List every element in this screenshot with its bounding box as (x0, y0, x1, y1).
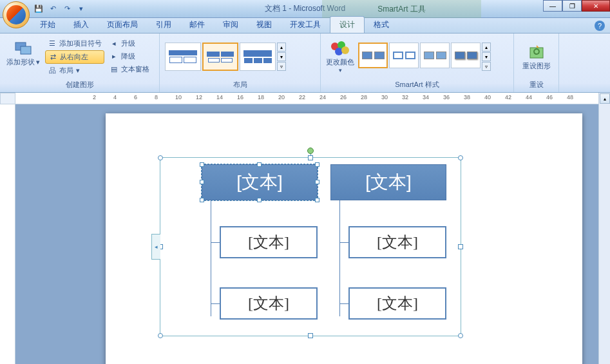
contextual-tab-label: SmartArt 工具 (322, 0, 481, 18)
resize-handle-se[interactable] (458, 333, 463, 338)
qat-redo-icon[interactable]: ↷ (61, 3, 73, 15)
bullet-icon: ☰ (48, 39, 57, 48)
gallery-down-button[interactable]: ▾ (277, 52, 286, 61)
resize-handle-nw[interactable] (158, 155, 163, 160)
style-gallery-up-button[interactable]: ▴ (482, 43, 491, 52)
smartart-frame[interactable]: ◂ [文本] [文本] [文本] (160, 157, 461, 336)
connector-line (211, 200, 211, 316)
resize-handle-s[interactable] (308, 333, 313, 338)
layout-option-2[interactable] (202, 43, 238, 71)
tab-review[interactable]: 审阅 (214, 17, 247, 33)
reset-graphic-button[interactable]: 重设图形 (520, 41, 553, 72)
layout-dropdown-button[interactable]: 品布局 ▾ (45, 64, 104, 77)
style-gallery: ▴ ▾ ▿ (358, 43, 491, 71)
smartart-node-child-2a[interactable]: [文本] (348, 226, 446, 258)
add-shape-button[interactable]: 添加形状▾ (4, 37, 43, 68)
ribbon-tabs: 开始 插入 页面布局 引用 邮件 审阅 视图 开发工具 设计 格式 ? (0, 18, 610, 34)
text-pane-toggle[interactable]: ◂ (151, 234, 160, 260)
resize-handle-ne[interactable] (458, 155, 463, 160)
minimize-button[interactable]: — (543, 0, 562, 12)
smartart-node-parent-2[interactable]: [文本] (330, 164, 446, 200)
rtl-icon: ⇄ (48, 53, 57, 62)
office-button[interactable] (3, 1, 30, 28)
smartart-node-child-1a[interactable]: [文本] (220, 226, 318, 258)
document-area: ◂ [文本] [文本] [文本] (15, 104, 598, 364)
connector-line (339, 200, 340, 316)
rtl-button[interactable]: ⇄从右向左 (45, 50, 104, 64)
svg-point-5 (341, 46, 349, 54)
group-label-styles: SmartArt 样式 (325, 79, 510, 91)
vertical-scrollbar[interactable]: ▴ (598, 93, 610, 364)
tab-developer[interactable]: 开发工具 (281, 17, 330, 33)
maximize-button[interactable]: ❐ (562, 0, 582, 12)
group-smartart-styles: 更改颜色 ▾ ▴ ▾ ▿ SmartArt 样式 (321, 34, 514, 92)
tab-home[interactable]: 开始 (31, 17, 64, 33)
dropdown-icon: ▾ (36, 58, 40, 66)
smartart-content: [文本] [文本] [文本] [文本] (164, 162, 457, 332)
resize-handle-sw[interactable] (158, 333, 163, 338)
add-bullet-button[interactable]: ☰添加项目符号 (45, 37, 104, 50)
tab-insert[interactable]: 插入 (64, 17, 98, 33)
style-option-4[interactable] (451, 43, 481, 68)
title-bar: 💾 ↶ ↷ ▾ 文档 1 - Microsoft Word SmartArt 工… (0, 0, 610, 18)
change-colors-icon (330, 40, 350, 58)
svg-rect-1 (21, 46, 31, 54)
group-label-reset: 重设 (518, 79, 555, 91)
change-colors-button[interactable]: 更改颜色 ▾ (325, 39, 356, 74)
add-shape-label: 添加形状 (6, 58, 35, 66)
style-option-3[interactable] (420, 43, 450, 68)
ribbon: 添加形状▾ ☰添加项目符号 ⇄从右向左 品布局 ▾ ◂升级 ▸降级 ▤文本窗格 … (0, 34, 610, 93)
group-layouts: ▴ ▾ ▿ 布局 (160, 34, 321, 92)
tab-references[interactable]: 引用 (147, 17, 180, 33)
qat-more-icon[interactable]: ▾ (75, 3, 88, 15)
add-shape-icon (14, 39, 32, 57)
smartart-node-parent-1[interactable]: [文本] (202, 164, 318, 200)
vertical-ruler[interactable] (0, 104, 15, 364)
quick-access-toolbar: 💾 ↶ ↷ ▾ (32, 3, 88, 15)
group-label-layouts: 布局 (164, 79, 316, 91)
group-create-graphic: 添加形状▾ ☰添加项目符号 ⇄从右向左 品布局 ▾ ◂升级 ▸降级 ▤文本窗格 … (0, 34, 160, 92)
scroll-up-button[interactable]: ▴ (600, 93, 610, 104)
tab-design[interactable]: 设计 (330, 16, 365, 33)
reset-icon (528, 43, 546, 61)
dropdown-icon: ▾ (76, 66, 80, 75)
style-gallery-down-button[interactable]: ▾ (482, 52, 491, 61)
layout-option-1[interactable] (165, 43, 201, 71)
rotation-handle[interactable] (307, 148, 314, 154)
gallery-more-button[interactable]: ▿ (277, 62, 286, 71)
promote-icon: ◂ (110, 39, 119, 48)
layout-gallery-scroll: ▴ ▾ ▿ (277, 43, 286, 71)
demote-button[interactable]: ▸降级 (107, 50, 152, 62)
tab-mailings[interactable]: 邮件 (180, 17, 214, 33)
tab-view[interactable]: 视图 (247, 17, 281, 33)
connector-line (211, 242, 220, 243)
group-reset: 重设图形 重设 (514, 34, 559, 92)
smartart-node-child-1b[interactable]: [文本] (220, 287, 318, 320)
style-option-2[interactable] (389, 43, 419, 68)
demote-icon: ▸ (110, 52, 119, 61)
qat-save-icon[interactable]: 💾 (32, 3, 45, 15)
ruler-corner (0, 93, 15, 104)
group-label-create: 创建图形 (4, 79, 155, 91)
gallery-up-button[interactable]: ▴ (277, 43, 286, 52)
style-option-1[interactable] (358, 43, 388, 68)
style-gallery-more-button[interactable]: ▿ (482, 62, 491, 71)
dropdown-icon: ▾ (339, 67, 342, 73)
horizontal-ruler[interactable]: 2468101214161820222426283032343638404244… (15, 93, 610, 104)
smartart-node-child-2b[interactable]: [文本] (348, 287, 446, 320)
connector-line (339, 242, 348, 243)
layout-option-3[interactable] (240, 43, 276, 71)
tab-page-layout[interactable]: 页面布局 (98, 17, 147, 33)
tab-format[interactable]: 格式 (365, 17, 398, 33)
qat-undo-icon[interactable]: ↶ (46, 3, 59, 15)
resize-handle-e[interactable] (458, 244, 463, 249)
promote-button[interactable]: ◂升级 (107, 37, 152, 50)
connector-line (339, 303, 348, 304)
resize-handle-n[interactable] (308, 155, 313, 160)
help-button[interactable]: ? (595, 21, 605, 31)
text-pane-icon: ▤ (110, 65, 119, 74)
svg-point-4 (335, 48, 343, 55)
close-button[interactable]: ✕ (582, 0, 610, 12)
text-pane-button[interactable]: ▤文本窗格 (107, 63, 152, 75)
page[interactable]: ◂ [文本] [文本] [文本] (106, 113, 582, 364)
